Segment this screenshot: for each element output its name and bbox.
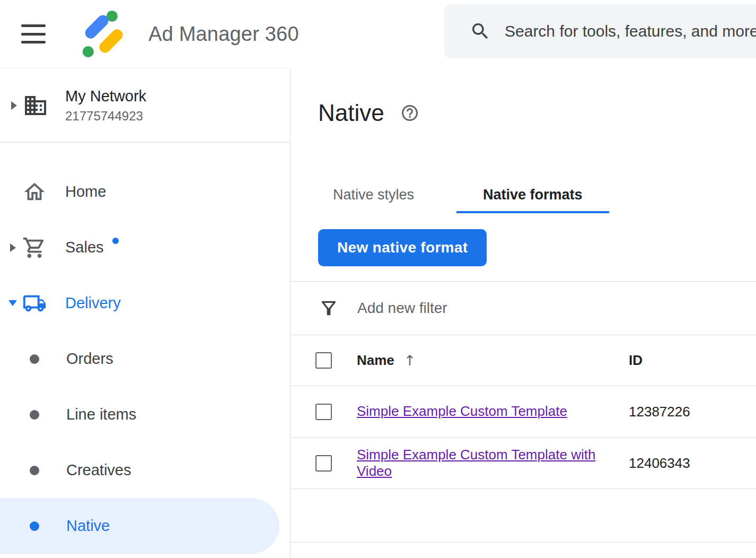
ad-manager-logo-icon — [80, 10, 128, 58]
sidebar-item-label: Delivery — [65, 294, 121, 312]
truck-icon — [21, 291, 48, 316]
building-icon — [22, 93, 49, 118]
bullet-icon — [30, 354, 39, 364]
sidebar-item-label: Creatives — [66, 461, 131, 479]
native-format-id: 12406343 — [629, 455, 690, 472]
add-filter-input[interactable]: Add new filter — [357, 300, 447, 317]
hamburger-icon — [21, 33, 46, 36]
hamburger-icon — [21, 24, 46, 27]
sidebar-item-label: Orders — [66, 350, 113, 368]
sort-ascending-icon[interactable]: ↑ — [404, 352, 416, 369]
sidebar-item-orders[interactable]: Orders — [0, 331, 290, 387]
network-name: My Network — [65, 88, 146, 105]
main-content: Native Native styles Native formats New … — [291, 68, 756, 558]
native-format-id: 12387226 — [629, 404, 690, 420]
native-format-link[interactable]: Simple Example Custom Template with Vide… — [357, 447, 625, 479]
sidebar-item-label: Line items — [66, 406, 136, 423]
actions-bar: New native format — [291, 213, 756, 282]
sidebar: My Network 21775744923 Home Sales Delive — [0, 68, 291, 558]
help-icon[interactable] — [400, 103, 419, 123]
network-id: 21775744923 — [65, 109, 146, 124]
column-header-id[interactable]: ID — [629, 352, 643, 369]
table-header-row: Name ↑ ID — [291, 335, 756, 386]
filter-funnel-icon — [318, 298, 339, 319]
tab-native-formats[interactable]: Native formats — [456, 178, 609, 213]
menu-button[interactable] — [21, 24, 46, 43]
sidebar-item-line-items[interactable]: Line items — [0, 387, 290, 442]
sidebar-item-home[interactable]: Home — [0, 164, 290, 220]
tab-label: Native formats — [483, 187, 583, 203]
bullet-icon — [30, 521, 39, 531]
expand-arrow-icon[interactable] — [10, 243, 16, 252]
search-input[interactable]: Search for tools, features, and more — [505, 22, 756, 40]
bullet-icon — [30, 410, 39, 420]
network-selector[interactable]: My Network 21775744923 — [0, 68, 290, 143]
select-all-checkbox[interactable] — [315, 352, 332, 369]
sidebar-item-delivery[interactable]: Delivery — [0, 275, 290, 331]
sidebar-item-label: Native — [66, 517, 110, 535]
search-box[interactable]: Search for tools, features, and more — [444, 4, 756, 58]
app-title: Ad Manager 360 — [148, 23, 299, 46]
column-header-name[interactable]: Name — [357, 352, 394, 369]
tab-bar: Native styles Native formats — [291, 178, 756, 213]
expand-arrow-icon[interactable] — [11, 101, 17, 110]
new-native-format-button[interactable]: New native format — [318, 229, 487, 266]
native-formats-table: Name ↑ ID Simple Example Custom Template… — [291, 335, 756, 543]
collapse-arrow-icon[interactable] — [8, 300, 17, 306]
tab-native-styles[interactable]: Native styles — [306, 178, 441, 213]
bullet-icon — [30, 466, 39, 475]
cart-icon — [21, 236, 48, 260]
home-icon — [21, 180, 48, 204]
topbar: Ad Manager 360 Search for tools, feature… — [0, 0, 756, 68]
page-title: Native — [318, 100, 384, 126]
sidebar-item-creatives[interactable]: Creatives — [0, 442, 290, 498]
sidebar-item-label: Home — [65, 183, 106, 200]
hamburger-icon — [21, 41, 46, 43]
table-row: Simple Example Custom Template 12387226 — [291, 386, 756, 438]
search-icon — [470, 21, 491, 42]
sidebar-nav: Home Sales Delivery Orders Line items — [0, 143, 290, 554]
native-format-link[interactable]: Simple Example Custom Template — [357, 403, 567, 420]
sidebar-item-sales[interactable]: Sales — [0, 220, 290, 275]
filter-bar[interactable]: Add new filter — [291, 282, 756, 335]
row-checkbox[interactable] — [315, 404, 332, 420]
sidebar-item-label: Sales — [65, 239, 104, 256]
row-checkbox[interactable] — [315, 455, 332, 472]
tab-label: Native styles — [333, 187, 414, 203]
table-row: Simple Example Custom Template with Vide… — [291, 438, 756, 489]
notification-dot — [112, 238, 119, 244]
page-header: Native — [291, 68, 756, 127]
table-empty-row — [291, 489, 756, 543]
sidebar-item-native[interactable]: Native — [0, 498, 279, 554]
